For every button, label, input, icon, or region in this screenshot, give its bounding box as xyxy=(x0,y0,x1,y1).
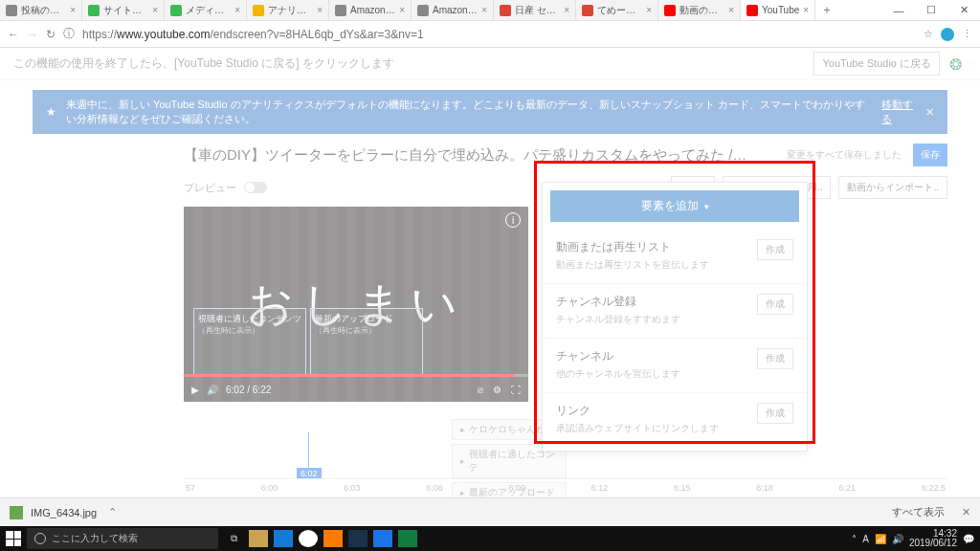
close-icon[interactable]: × xyxy=(646,5,652,15)
app-icon[interactable] xyxy=(348,530,368,547)
bookmark-icon[interactable]: ☆ xyxy=(924,28,933,40)
close-icon[interactable]: × xyxy=(564,5,569,15)
info-icon[interactable]: i xyxy=(505,212,521,228)
close-icon[interactable]: × xyxy=(481,5,487,15)
menu-icon[interactable]: ⋮ xyxy=(962,28,972,40)
extension-icon[interactable] xyxy=(941,28,954,41)
popup-item[interactable]: リンク 承認済みウェブサイトにリンクします 作成 xyxy=(543,393,807,451)
player-controls: ▶ 🔊 6:02 / 6:22 ⎚ ⚙ ⛶ xyxy=(184,377,528,402)
tab[interactable]: Amazon | た× xyxy=(412,0,494,20)
url-field[interactable]: https://www.youtube.com/endscreen?v=8HAL… xyxy=(82,28,916,41)
firefox-icon[interactable] xyxy=(323,530,343,547)
close-icon[interactable]: × xyxy=(399,5,405,15)
creator-icon[interactable]: ❂ xyxy=(949,55,967,73)
create-button[interactable]: 作成 xyxy=(757,348,793,369)
close-icon[interactable]: × xyxy=(803,5,809,15)
create-button[interactable]: 作成 xyxy=(757,403,793,424)
chevron-up-icon[interactable]: ⌃ xyxy=(108,506,117,518)
cc-icon[interactable]: ⎚ xyxy=(478,385,483,395)
video-player[interactable]: おしまい i 視聴者に適したコンテンツ （再生時に表示） 最新のアップロード （… xyxy=(184,207,528,402)
browser-titlebar: 投稿の編集× サイト統計情× メディアライフ× アナリティクス× Amazon.… xyxy=(0,0,980,21)
save-status: 変更をすべて保存しました xyxy=(787,148,902,162)
wifi-icon[interactable]: 📶 xyxy=(875,534,886,544)
tab[interactable]: アナリティクス× xyxy=(247,0,329,20)
tab[interactable]: てめーはおれを× xyxy=(576,0,658,20)
close-icon[interactable]: × xyxy=(70,5,76,15)
fullscreen-icon[interactable]: ⛶ xyxy=(511,385,521,395)
download-bar: IMG_6434.jpg ⌃ すべて表示 ✕ xyxy=(0,497,980,526)
return-studio-button[interactable]: YouTube Studio に戻る xyxy=(813,52,940,76)
topbar-message: この機能の使用を終了したら、[YouTube Studio に戻る] をクリック… xyxy=(13,55,804,72)
preview-toggle[interactable] xyxy=(244,182,267,193)
reload-button[interactable]: ↻ xyxy=(46,28,56,41)
add-element-popup: 要素を追加 動画または再生リスト 動画または再生リストを宣伝します 作成 チャン… xyxy=(542,182,808,452)
notice-bar: ★ 来週中に、新しい YouTube Studio のアナリティクスがデフォルト… xyxy=(33,90,947,134)
popup-item[interactable]: チャンネル登録 チャンネル登録をすすめます 作成 xyxy=(543,284,807,339)
download-file[interactable]: IMG_6434.jpg xyxy=(31,507,97,518)
create-button[interactable]: 作成 xyxy=(757,239,793,260)
gear-icon[interactable]: ⚙ xyxy=(493,385,501,395)
endscreen-card[interactable]: 最新のアップロード （再生時に表示） xyxy=(310,308,423,377)
tab[interactable]: サイト統計情× xyxy=(82,0,165,20)
endscreen-card[interactable]: 視聴者に適したコンテンツ （再生時に表示） xyxy=(193,308,306,377)
tab[interactable]: 動画のメタデ× xyxy=(658,0,741,20)
chrome-icon[interactable] xyxy=(299,530,318,547)
forward-button[interactable]: → xyxy=(27,28,38,41)
explorer-icon[interactable] xyxy=(249,530,268,547)
clock[interactable]: 14:32 2019/06/12 xyxy=(909,529,957,549)
main-content: 【車のDIY】ツイーターをピラーに自分で埋め込み。パテ盛りカスタムをやってみた … xyxy=(0,143,980,501)
edge-icon[interactable] xyxy=(274,530,293,547)
address-bar: ← → ↻ ⓘ https://www.youtube.com/endscree… xyxy=(0,21,980,48)
add-element-button[interactable]: 要素を追加 xyxy=(550,190,799,222)
star-icon: ★ xyxy=(46,105,56,119)
maximize-button[interactable]: ☐ xyxy=(915,0,947,20)
tab[interactable]: メディアライフ× xyxy=(165,0,247,20)
tab[interactable]: 投稿の編集× xyxy=(0,0,82,20)
popup-item[interactable]: チャンネル 他のチャンネルを宣伝します 作成 xyxy=(543,339,807,393)
notifications-icon[interactable]: 💬 xyxy=(963,534,974,544)
volume-icon[interactable]: 🔊 xyxy=(207,385,218,395)
close-icon[interactable]: × xyxy=(234,5,240,15)
video-title: 【車のDIY】ツイーターをピラーに自分で埋め込み。パテ盛りカスタムをやってみた … xyxy=(184,146,775,165)
playhead-marker[interactable] xyxy=(308,432,309,478)
notice-text: 来週中に、新しい YouTube Studio のアナリティクスがデフォルトの機… xyxy=(66,98,872,126)
tab[interactable]: 日産 セレナ |× xyxy=(494,0,576,20)
close-icon[interactable]: × xyxy=(728,5,734,15)
popup-item[interactable]: 動画または再生リスト 動画または再生リストを宣伝します 作成 xyxy=(543,230,807,284)
play-icon[interactable]: ▶ xyxy=(191,385,199,395)
close-button[interactable]: ✕ xyxy=(947,0,980,20)
tab-strip: 投稿の編集× サイト統計情× メディアライフ× アナリティクス× Amazon.… xyxy=(0,0,882,20)
system-tray: ˄ A 📶 🔊 14:32 2019/06/12 💬 xyxy=(852,529,974,549)
dismiss-notice-button[interactable]: ✕ xyxy=(925,106,934,119)
windows-taskbar: ここに入力して検索 ⧉ ˄ A 📶 🔊 14:32 2019/06/12 💬 xyxy=(0,526,980,551)
info-icon[interactable]: ⓘ xyxy=(63,26,75,42)
window-controls: — ☐ ✕ xyxy=(882,0,980,20)
cortana-icon xyxy=(34,533,46,544)
back-button[interactable]: ← xyxy=(8,28,19,41)
ime-icon[interactable]: A xyxy=(862,534,869,544)
app-icon[interactable] xyxy=(373,530,392,547)
save-button[interactable]: 保存 xyxy=(913,143,947,166)
minimize-button[interactable]: — xyxy=(882,0,915,20)
preview-label: プレビュー xyxy=(184,181,236,195)
close-download-bar[interactable]: ✕ xyxy=(962,506,970,518)
studio-topbar: この機能の使用を終了したら、[YouTube Studio に戻る] をクリック… xyxy=(0,48,980,80)
tray-chevron-icon[interactable]: ˄ xyxy=(852,534,857,544)
search-box[interactable]: ここに入力して検索 xyxy=(27,528,218,549)
close-icon[interactable]: × xyxy=(317,5,323,15)
show-all-downloads[interactable]: すべて表示 xyxy=(892,505,945,519)
new-tab-button[interactable]: ＋ xyxy=(815,0,838,20)
import-button[interactable]: 動画からインポート.. xyxy=(838,176,947,199)
app-icon[interactable] xyxy=(398,530,417,547)
file-icon xyxy=(10,506,23,519)
tab[interactable]: Amazon.co× xyxy=(329,0,412,20)
start-button[interactable] xyxy=(6,531,21,546)
volume-icon[interactable]: 🔊 xyxy=(892,534,903,544)
notice-link[interactable]: 移動する xyxy=(881,98,916,126)
tab-active[interactable]: YouTube× xyxy=(741,0,815,20)
create-button[interactable]: 作成 xyxy=(757,294,793,315)
close-icon[interactable]: × xyxy=(152,5,158,15)
task-view-icon[interactable]: ⧉ xyxy=(224,530,243,547)
player-time: 6:02 / 6:22 xyxy=(226,385,271,395)
